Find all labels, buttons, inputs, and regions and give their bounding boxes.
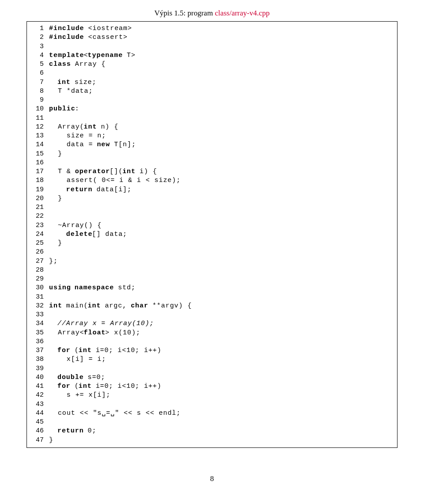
- line-text: [49, 203, 393, 212]
- code-line: 13 s i z e = n ;: [31, 132, 393, 140]
- code-line: 32i n t m a i n (i n t a r g c , c h a r…: [31, 302, 393, 311]
- line-text: [49, 212, 393, 221]
- code-line: 19 r e t u r n d a t a [ i ] ;: [31, 186, 393, 194]
- line-text: }: [49, 150, 393, 159]
- line-text: i n t m a i n (i n t a r g c , c h a r *…: [49, 302, 393, 311]
- code-line: 16: [31, 159, 393, 167]
- line-number: 16: [31, 159, 44, 167]
- code-line: 2# i n c l u d e < c a s s e r t >: [31, 33, 393, 42]
- line-number: 26: [31, 248, 44, 257]
- line-text: [49, 337, 393, 346]
- code-line: 29: [31, 275, 393, 284]
- code-line: 12 A r r a y (i n t n ) {: [31, 123, 393, 132]
- line-number: 2: [31, 33, 44, 42]
- code-line: 23 ~ A r r a y ( ) {: [31, 221, 393, 230]
- line-number: 35: [31, 329, 44, 337]
- caption-link[interactable]: class/array-v4.cpp: [215, 9, 269, 17]
- code-line: 33: [31, 311, 393, 319]
- line-text: t e m p l a t e<t y p e n a m e T >: [49, 51, 393, 60]
- line-text: x [ i ] = i ;: [49, 355, 393, 364]
- line-text: [49, 266, 393, 275]
- line-text: c o u t < < " s ␣ = ␣ " < < s < < e n d …: [49, 409, 393, 418]
- line-number: 19: [31, 186, 44, 194]
- line-number: 33: [31, 311, 44, 319]
- line-number: 28: [31, 266, 44, 275]
- listing-caption: Výpis 1.5: program class/array-v4.cpp: [26, 9, 398, 18]
- line-number: 37: [31, 346, 44, 355]
- code-line: 38 x [ i ] = i ;: [31, 355, 393, 364]
- line-text: f o r (i n t i = 0 ; i < 1 0 ; i + + ): [49, 346, 393, 355]
- line-number: 4: [31, 51, 44, 60]
- line-text: [49, 42, 393, 51]
- line-text: [49, 96, 393, 105]
- code-line: 30u s i n g n a m e s p a c e s t d ;: [31, 284, 393, 292]
- code-line: 31: [31, 293, 393, 302]
- code-line: 36: [31, 337, 393, 346]
- line-text: s + = x [ i ] ;: [49, 391, 393, 400]
- code-line: 9: [31, 96, 393, 105]
- code-line: 14 d a t a = n e w T [ n ] ;: [31, 140, 393, 149]
- page-number: 8: [26, 474, 398, 483]
- line-number: 21: [31, 203, 44, 212]
- code-line: 42 s + = x [ i ] ;: [31, 391, 393, 400]
- line-text: [49, 293, 393, 302]
- line-text: u s i n g n a m e s p a c e s t d ;: [49, 284, 393, 292]
- line-text: [49, 418, 393, 427]
- line-number: 1: [31, 24, 44, 33]
- code-line: 5c l a s s A r r a y {: [31, 60, 393, 69]
- code-line: 15 }: [31, 150, 393, 159]
- line-number: 42: [31, 391, 44, 400]
- line-text: ~ A r r a y ( ) {: [49, 221, 393, 230]
- code-line: 18 a s s e r t ( 0 < = i & i < s i z e )…: [31, 176, 393, 185]
- line-number: 10: [31, 105, 44, 114]
- line-text: d a t a = n e w T [ n ] ;: [49, 140, 393, 149]
- caption-prefix: Výpis 1.5: program: [154, 9, 215, 17]
- code-line: 24 d e l e t e[ ] d a t a ;: [31, 230, 393, 239]
- code-line: 45: [31, 418, 393, 427]
- line-text: [49, 364, 393, 373]
- line-text: A r r a y <f l o a t> x ( 1 0 ) ;: [49, 329, 393, 337]
- code-line: 40 d o u b l e s = 0 ;: [31, 373, 393, 382]
- line-text: }: [49, 239, 393, 248]
- line-number: 41: [31, 382, 44, 391]
- code-line: 35 A r r a y <f l o a t> x ( 1 0 ) ;: [31, 329, 393, 337]
- line-text: # i n c l u d e < i o s t r e a m >: [49, 24, 393, 33]
- code-line: 39: [31, 364, 393, 373]
- line-text: r e t u r n 0 ;: [49, 427, 393, 436]
- code-line: 25 }: [31, 239, 393, 248]
- line-number: 43: [31, 400, 44, 409]
- line-text: [49, 311, 393, 319]
- code-line: 28: [31, 266, 393, 275]
- code-line: 44 c o u t < < " s ␣ = ␣ " < < s < < e n…: [31, 409, 393, 418]
- line-number: 25: [31, 239, 44, 248]
- line-number: 24: [31, 230, 44, 239]
- line-text: f o r (i n t i = 0 ; i < 1 0 ; i + + ): [49, 382, 393, 391]
- line-text: s i z e = n ;: [49, 132, 393, 140]
- code-line: 6: [31, 69, 393, 78]
- line-number: 27: [31, 257, 44, 266]
- line-text: [49, 114, 393, 123]
- code-line: 37 f o r (i n t i = 0 ; i < 1 0 ; i + + …: [31, 346, 393, 355]
- line-text: a s s e r t ( 0 < = i & i < s i z e ) ;: [49, 176, 393, 185]
- line-number: 32: [31, 302, 44, 311]
- line-number: 29: [31, 275, 44, 284]
- line-number: 15: [31, 150, 44, 159]
- code-line: 8 T * d a t a ;: [31, 87, 393, 96]
- line-text: c l a s s A r r a y {: [49, 60, 393, 69]
- line-text: [49, 69, 393, 78]
- code-line: 11: [31, 114, 393, 123]
- line-text: } ;: [49, 257, 393, 266]
- line-number: 14: [31, 140, 44, 149]
- line-number: 8: [31, 87, 44, 96]
- line-number: 47: [31, 436, 44, 445]
- line-number: 3: [31, 42, 44, 51]
- line-text: A r r a y (i n t n ) {: [49, 123, 393, 132]
- code-line: 3: [31, 42, 393, 51]
- line-text: p u b l i c:: [49, 105, 393, 114]
- line-number: 12: [31, 123, 44, 132]
- code-line: 47}: [31, 436, 393, 445]
- line-text: r e t u r n d a t a [ i ] ;: [49, 186, 393, 194]
- line-number: 18: [31, 176, 44, 185]
- line-number: 11: [31, 114, 44, 123]
- line-number: 17: [31, 167, 44, 176]
